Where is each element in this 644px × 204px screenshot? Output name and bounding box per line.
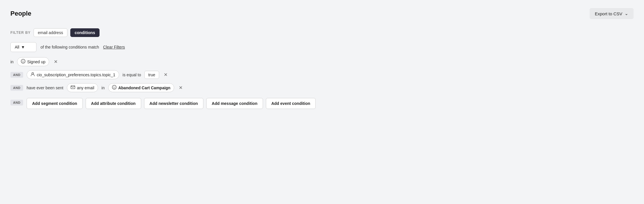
filter-by-row: FILTER BY email address conditions [10,28,634,37]
filter-chip-conditions[interactable]: conditions [70,28,100,37]
svg-point-0 [21,59,25,63]
and-badge-2: AND [10,85,23,91]
user-icon [30,72,35,77]
add-event-condition-button[interactable]: Add event condition [266,98,316,109]
svg-point-7 [115,87,115,87]
and-badge-add: AND [10,100,23,105]
remove-signed-up-button[interactable]: ✕ [53,59,59,65]
in-prefix: in [10,60,14,64]
condition-row-message: AND have ever been sent any email in Aba… [10,83,634,92]
remove-message-button[interactable]: ✕ [178,85,184,91]
face-icon [21,59,25,64]
signed-up-label: Signed up [27,60,45,64]
attribute-pill[interactable]: cio_subscription_preferences.topics.topi… [27,70,119,79]
page-title: People [10,10,31,17]
signed-up-pill[interactable]: Signed up [17,57,49,66]
svg-point-2 [23,61,24,61]
in-text: in [102,86,105,90]
campaign-face-icon [112,85,117,90]
match-text: of the following conditions match [41,45,99,49]
have-ever-been-sent-text: have ever been sent [27,86,63,90]
conditions-match-row: All ▼ of the following conditions match … [10,42,634,52]
add-condition-buttons: Add segment condition Add attribute cond… [27,98,316,109]
svg-point-1 [22,61,23,61]
add-message-condition-button[interactable]: Add message condition [206,98,263,109]
campaign-pill[interactable]: Abandoned Cart Campaign [108,83,174,92]
add-message-label: Add message condition [212,101,257,106]
chevron-down-icon: ⌄ [625,11,628,16]
condition-row-signed-up: in Signed up ✕ [10,57,634,66]
condition-row-attribute: AND cio_subscription_preferences.topics.… [10,70,634,79]
campaign-label: Abandoned Cart Campaign [118,86,170,90]
filter-by-label: FILTER BY [10,31,31,35]
any-email-pill[interactable]: any email [67,83,98,92]
all-select-chevron-icon: ▼ [21,45,25,49]
svg-point-3 [32,73,34,74]
add-attribute-condition-button[interactable]: Add attribute condition [86,98,141,109]
and-badge-1: AND [10,72,23,78]
add-attribute-label: Add attribute condition [91,101,136,106]
add-newsletter-label: Add newsletter condition [150,101,198,106]
svg-point-5 [112,85,116,89]
add-condition-row: AND Add segment condition Add attribute … [10,96,634,109]
export-csv-label: Export to CSV [595,11,622,16]
attribute-value-pill[interactable]: true [144,71,159,79]
envelope-icon [71,85,75,90]
page-header: People Export to CSV ⌄ [10,8,634,19]
add-event-label: Add event condition [271,101,310,106]
all-select[interactable]: All ▼ [10,42,36,52]
svg-point-6 [113,87,114,87]
filter-chip-email-address[interactable]: email address [34,28,67,37]
any-email-label: any email [77,86,94,90]
all-select-label: All [15,45,19,49]
attribute-name: cio_subscription_preferences.topics.topi… [37,73,115,77]
attribute-value: true [148,73,155,77]
clear-filters-button[interactable]: Clear Filters [103,45,125,49]
remove-attribute-button[interactable]: ✕ [163,72,169,78]
operator-text: is equal to [123,73,141,77]
add-segment-label: Add segment condition [32,101,77,106]
export-csv-button[interactable]: Export to CSV ⌄ [590,8,634,19]
add-newsletter-condition-button[interactable]: Add newsletter condition [144,98,203,109]
add-segment-condition-button[interactable]: Add segment condition [27,98,83,109]
